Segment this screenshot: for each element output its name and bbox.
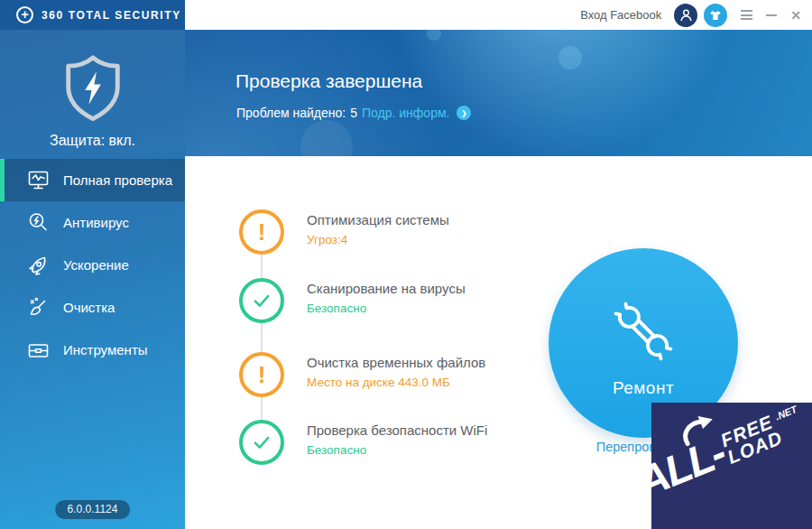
facebook-login-link[interactable]: Вход Facebook	[580, 8, 661, 22]
sidebar: Защита: вкл. Полная проверка Антивирус	[0, 30, 185, 529]
timeline-connector	[261, 232, 263, 442]
details-link[interactable]: Подр. информ.	[362, 106, 449, 120]
scan-result-title: Проверка завершена	[235, 70, 422, 92]
theme-button[interactable]	[704, 4, 727, 27]
success-check-icon	[239, 278, 284, 323]
broom-icon	[26, 295, 51, 320]
check-item-status: Безопасно	[307, 443, 487, 457]
check-item-temp-files: ! Очистка временных файлов Место на диск…	[239, 352, 485, 397]
watermark-overlay: ALL- FREE LOAD .NET	[651, 403, 812, 529]
bokeh-decoration	[300, 120, 353, 156]
repair-button-label: Ремонт	[613, 378, 674, 398]
sidebar-item-antivirus[interactable]: Антивирус	[0, 201, 185, 244]
check-item-status: Безопасно	[307, 302, 466, 315]
sidebar-item-full-check[interactable]: Полная проверка	[0, 159, 185, 201]
sidebar-menu: Полная проверка Антивирус Ускорение	[0, 159, 185, 371]
check-item-status: Угроз:4	[307, 233, 449, 246]
sidebar-item-label: Инструменты	[63, 342, 148, 357]
check-item-title: Очистка временных файлов	[307, 355, 485, 370]
problems-found-label: Проблем найдено:	[236, 106, 346, 120]
magnifier-bolt-icon	[26, 210, 51, 235]
minimize-icon	[766, 14, 777, 16]
details-arrow-icon[interactable]: ❯	[457, 106, 471, 120]
rocket-icon	[26, 253, 51, 277]
sidebar-item-label: Очистка	[63, 300, 115, 315]
minimize-button[interactable]	[766, 14, 777, 16]
warning-icon: !	[239, 209, 284, 255]
version-badge: 6.0.0.1124	[55, 500, 131, 519]
protection-status-block: Защита: вкл.	[0, 53, 185, 149]
check-item-wifi-security: Проверка безопасности WiFi Безопасно	[239, 420, 487, 465]
watermark-logo: ALL- FREE LOAD .NET	[651, 403, 807, 501]
shield-bolt-icon	[60, 53, 126, 124]
hamburger-icon	[741, 10, 752, 12]
check-item-virus-scan: Сканирование на вирусы Безопасно	[239, 278, 466, 323]
wrench-icon	[600, 288, 687, 375]
bokeh-decoration	[558, 46, 582, 70]
bokeh-decoration	[427, 30, 441, 41]
toolbox-icon	[26, 338, 51, 362]
monitor-pulse-icon	[26, 168, 51, 192]
warning-icon: !	[239, 352, 284, 397]
sidebar-item-label: Ускорение	[63, 257, 129, 273]
sidebar-item-label: Антивирус	[63, 215, 129, 230]
problems-count: 5	[350, 106, 357, 120]
sidebar-item-speedup[interactable]: Ускорение	[0, 244, 185, 286]
scan-result-banner: Проверка завершена Проблем найдено: 5 По…	[185, 30, 812, 156]
sidebar-item-label: Полная проверка	[63, 172, 172, 188]
main-menu-button[interactable]	[741, 8, 752, 21]
brand-plus-icon: +	[16, 6, 33, 23]
sidebar-item-tools[interactable]: Инструменты	[0, 329, 185, 371]
logo-bar: + 360 TOTAL SECURITY	[0, 0, 185, 30]
titlebar: Вход Facebook ✕	[185, 0, 812, 30]
account-button[interactable]	[674, 4, 697, 27]
check-item-system-optimization: ! Оптимизация системы Угроз:4	[239, 209, 449, 255]
protection-status-label: Защита: вкл.	[0, 133, 185, 149]
check-item-status: Место на диске 443.0 МБ	[307, 376, 485, 389]
success-check-icon	[239, 420, 284, 465]
check-item-title: Сканирование на вирусы	[307, 281, 466, 296]
check-item-title: Проверка безопасности WiFi	[307, 422, 487, 438]
close-icon: ✕	[790, 9, 801, 22]
sidebar-item-cleanup[interactable]: Очистка	[0, 286, 185, 329]
close-button[interactable]: ✕	[790, 9, 801, 22]
app-window: + 360 TOTAL SECURITY Вход Facebook ✕	[0, 0, 812, 529]
brand-title: 360 TOTAL SECURITY	[42, 9, 181, 22]
scan-result-subline: Проблем найдено: 5 Подр. информ. ❯	[236, 106, 471, 120]
check-item-title: Оптимизация системы	[307, 212, 449, 227]
tshirt-icon	[708, 8, 723, 23]
user-icon	[678, 7, 694, 23]
